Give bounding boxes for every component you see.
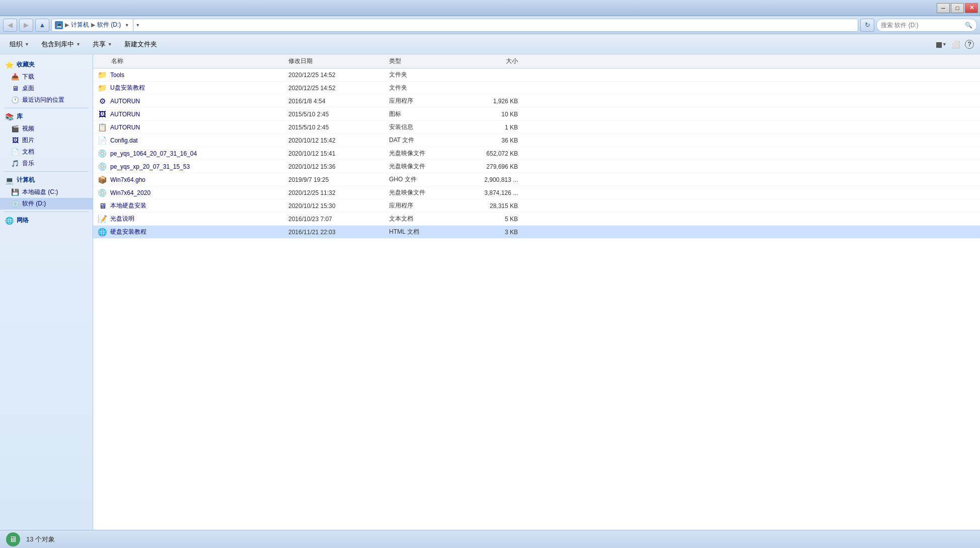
file-name: 本地硬盘安装 [110, 201, 146, 210]
table-row[interactable]: 💿 Win7x64_2020 2020/12/25 11:32 光盘映像文件 3… [93, 186, 980, 199]
sidebar-item-download[interactable]: 📥 下载 [0, 71, 93, 83]
forward-button[interactable]: ▶ [19, 19, 33, 32]
table-row[interactable]: 💿 pe_yqs_1064_20_07_31_16_04 2020/10/12 … [93, 147, 980, 160]
sidebar-item-d-drive[interactable]: 💿 软件 (D:) [0, 198, 93, 210]
main-container: ⭐ 收藏夹 📥 下载 🖥 桌面 🕐 最近访问的位置 📚 库 [0, 54, 980, 530]
file-type: DAT 文件 [385, 136, 466, 145]
breadcrumb-dropdown[interactable]: ▼ [123, 21, 131, 29]
file-date: 2015/5/10 2:45 [284, 124, 385, 131]
computer-section: 💻 计算机 💾 本地磁盘 (C:) 💿 软件 (D:) [0, 174, 93, 210]
breadcrumb-separator-2: ▶ [91, 22, 95, 28]
maximize-button[interactable]: □ [951, 3, 964, 13]
table-row[interactable]: ⚙ AUTORUN 2016/1/8 4:54 应用程序 1,926 KB [93, 95, 980, 108]
sidebar-item-documents[interactable]: 📄 文档 [0, 146, 93, 158]
file-name-cell: ⚙ AUTORUN [93, 96, 284, 106]
help-button[interactable]: ? [963, 38, 976, 51]
minimize-button[interactable]: ─ [937, 3, 950, 13]
table-row[interactable]: 📁 Tools 2020/12/25 14:52 文件夹 [93, 68, 980, 82]
file-name-cell: 📋 AUTORUN [93, 122, 284, 132]
sidebar-divider-2 [4, 171, 89, 172]
search-input[interactable] [881, 22, 963, 29]
file-type: 图标 [385, 110, 466, 118]
desktop-label: 桌面 [22, 84, 34, 93]
file-icon: ⚙ [97, 96, 107, 106]
file-name: Win7x64_2020 [110, 189, 150, 196]
sidebar-item-recent[interactable]: 🕐 最近访问的位置 [0, 94, 93, 106]
file-date: 2020/10/12 15:41 [284, 150, 385, 157]
c-drive-label: 本地磁盘 (C:) [22, 188, 58, 196]
sidebar-item-c-drive[interactable]: 💾 本地磁盘 (C:) [0, 186, 93, 198]
sidebar-item-pictures[interactable]: 🖼 图片 [0, 134, 93, 146]
view-toggle-button[interactable]: ▦ ▼ [935, 38, 948, 51]
file-size: 652,072 KB [466, 150, 526, 157]
video-label: 视频 [22, 124, 34, 133]
sidebar-item-desktop[interactable]: 🖥 桌面 [0, 83, 93, 94]
libraries-label: 库 [17, 112, 23, 121]
table-row[interactable]: 📝 光盘说明 2016/10/23 7:07 文本文档 5 KB [93, 213, 980, 226]
file-icon: 📄 [97, 135, 107, 146]
file-size: 36 KB [466, 137, 526, 144]
include-library-button[interactable]: 包含到库中 ▼ [36, 36, 86, 52]
path-dropdown-arrow[interactable]: ▼ [133, 19, 142, 32]
documents-icon: 📄 [11, 148, 19, 156]
table-row[interactable]: 🌐 硬盘安装教程 2016/11/21 22:03 HTML 文档 3 KB [93, 226, 980, 239]
table-row[interactable]: 📁 U盘安装教程 2020/12/25 14:52 文件夹 [93, 82, 980, 95]
status-icon-inner: 🖥 [6, 532, 20, 546]
table-row[interactable]: 📄 Config.dat 2020/10/12 15:42 DAT 文件 36 … [93, 134, 980, 147]
organize-label: 组织 [10, 40, 23, 49]
file-date: 2015/5/10 2:45 [284, 111, 385, 118]
sidebar-item-video[interactable]: 🎬 视频 [0, 123, 93, 134]
close-button[interactable]: ✕ [965, 3, 978, 13]
table-row[interactable]: 💿 pe_yqs_xp_20_07_31_15_53 2020/10/12 15… [93, 160, 980, 173]
table-row[interactable]: 🖼 AUTORUN 2015/5/10 2:45 图标 10 KB [93, 108, 980, 121]
file-date: 2016/11/21 22:03 [284, 229, 385, 236]
preview-button[interactable]: ⬜ [949, 38, 962, 51]
file-size: 3 KB [466, 229, 526, 236]
computer-header[interactable]: 💻 计算机 [0, 174, 93, 186]
col-date-header[interactable]: 修改日期 [284, 57, 385, 65]
file-icon: 💿 [97, 162, 107, 172]
file-icon: 🌐 [97, 227, 107, 237]
libraries-header[interactable]: 📚 库 [0, 110, 93, 123]
pictures-icon: 🖼 [11, 136, 19, 145]
favorites-section: ⭐ 收藏夹 📥 下载 🖥 桌面 🕐 最近访问的位置 [0, 58, 93, 106]
share-button[interactable]: 共享 ▼ [87, 36, 118, 52]
table-row[interactable]: 📋 AUTORUN 2015/5/10 2:45 安装信息 1 KB [93, 121, 980, 134]
sidebar-item-music[interactable]: 🎵 音乐 [0, 158, 93, 169]
favorites-header[interactable]: ⭐ 收藏夹 [0, 58, 93, 71]
file-name-cell: 🖥 本地硬盘安装 [93, 201, 284, 211]
sidebar-divider-1 [4, 108, 89, 108]
refresh-button[interactable]: ↻ [860, 19, 874, 32]
file-size: 279,696 KB [466, 163, 526, 170]
file-name: AUTORUN [110, 98, 140, 105]
breadcrumb-drive[interactable]: 软件 (D:) [97, 21, 121, 29]
file-type: 光盘映像文件 [385, 162, 466, 171]
file-date: 2016/1/8 4:54 [284, 98, 385, 105]
table-row[interactable]: 📦 Win7x64.gho 2019/9/7 19:25 GHO 文件 2,90… [93, 173, 980, 186]
computer-icon: 💻 [55, 21, 63, 29]
back-button[interactable]: ◀ [3, 19, 17, 32]
col-type-header[interactable]: 类型 [385, 57, 466, 65]
file-type: GHO 文件 [385, 175, 466, 184]
sidebar-divider-3 [4, 212, 89, 212]
file-icon: 📦 [97, 175, 107, 185]
network-header[interactable]: 🌐 网络 [0, 214, 93, 227]
search-icon[interactable]: 🔍 [965, 22, 972, 29]
breadcrumb-computer[interactable]: 计算机 [71, 21, 89, 29]
up-button[interactable]: ▲ [35, 19, 49, 32]
col-name-header[interactable]: 名称 [93, 57, 284, 65]
table-row[interactable]: 🖥 本地硬盘安装 2020/10/12 15:30 应用程序 28,315 KB [93, 199, 980, 213]
file-name: AUTORUN [110, 111, 140, 118]
breadcrumb: 💻 ▶ 计算机 ▶ 软件 (D:) ▼ ▼ [51, 19, 858, 32]
desktop-icon: 🖥 [11, 85, 19, 93]
network-section-icon: 🌐 [5, 217, 14, 225]
new-folder-button[interactable]: 新建文件夹 [119, 36, 163, 52]
favorites-icon: ⭐ [5, 61, 14, 69]
file-name-cell: 📦 Win7x64.gho [93, 175, 284, 185]
organize-button[interactable]: 组织 ▼ [4, 36, 35, 52]
file-size: 5 KB [466, 216, 526, 223]
file-type: HTML 文档 [385, 228, 466, 236]
file-date: 2016/10/23 7:07 [284, 216, 385, 223]
col-size-header[interactable]: 大小 [466, 57, 526, 65]
file-name: Tools [110, 72, 124, 79]
